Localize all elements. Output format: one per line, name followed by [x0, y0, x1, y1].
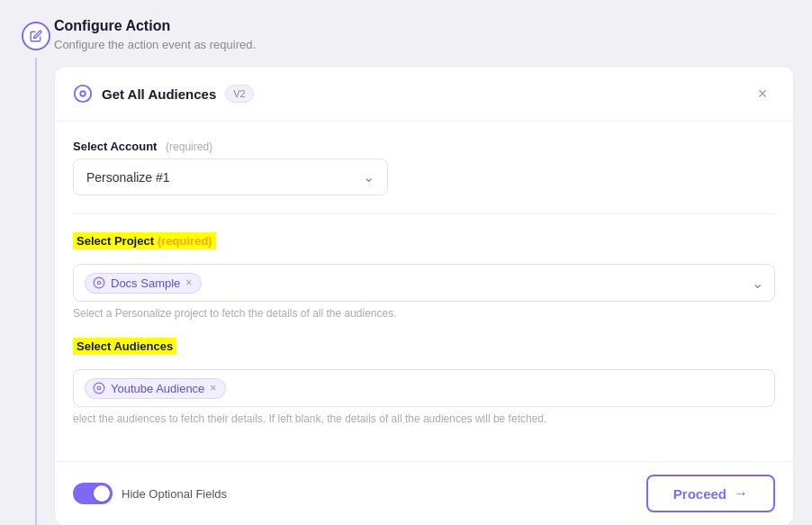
select-project-section: Select Project(required) Docs Sample [73, 232, 775, 320]
project-tags-container: Docs Sample × [85, 273, 202, 294]
toggle-label: Hide Optional Fields [122, 487, 227, 501]
card-header: Get All Audiences V2 × [55, 67, 793, 122]
account-chevron-icon: ⌄ [363, 168, 374, 186]
project-tag-remove[interactable]: × [185, 276, 192, 289]
close-button[interactable]: × [750, 81, 775, 106]
card-title: Get All Audiences [102, 86, 216, 102]
account-required-text: (required) [166, 140, 212, 153]
svg-point-4 [94, 383, 104, 394]
project-helper-text: Select a Personalize project to fetch th… [73, 307, 775, 320]
svg-point-1 [80, 91, 86, 96]
toggle-knob [94, 485, 110, 502]
vertical-divider [35, 58, 37, 525]
account-selected-value: Personalize #1 [86, 170, 170, 185]
project-chevron-icon: ⌄ [752, 275, 763, 292]
version-badge: V2 [225, 85, 253, 103]
account-dropdown[interactable]: Personalize #1 ⌄ [73, 158, 388, 195]
hide-optional-toggle[interactable] [73, 483, 113, 504]
toggle-container: Hide Optional Fields [73, 483, 227, 504]
proceed-arrow-icon: → [734, 485, 748, 502]
main-content: Configure Action Configure the action ev… [54, 18, 794, 525]
card-footer: Hide Optional Fields Proceed → [55, 461, 793, 525]
audience-tag: Youtube Audience × [85, 378, 226, 399]
select-project-label: Select Project(required) [73, 232, 216, 249]
audiences-tags-container: Youtube Audience × [85, 378, 226, 399]
left-sidebar [18, 18, 54, 525]
section-divider [73, 213, 775, 214]
project-required-text: (required) [158, 234, 212, 248]
project-tag-label: Docs Sample [111, 276, 180, 290]
select-audiences-label: Select Audiences [73, 338, 176, 355]
configure-action-card: Get All Audiences V2 × Select Account (r… [54, 66, 794, 525]
edit-icon [22, 22, 50, 50]
project-tag-icon [93, 276, 105, 289]
page-subtitle: Configure the action event as required. [54, 38, 794, 51]
audience-tag-remove[interactable]: × [210, 382, 216, 394]
project-tag: Docs Sample × [85, 273, 202, 294]
action-icon [73, 84, 93, 104]
project-tag-input[interactable]: Docs Sample × ⌄ [73, 264, 775, 302]
audiences-helper-text: elect the audiences to fetch their detai… [73, 412, 775, 425]
proceed-button[interactable]: Proceed → [646, 475, 775, 512]
card-header-left: Get All Audiences V2 [73, 84, 254, 104]
audience-tag-label: Youtube Audience [111, 382, 204, 395]
select-audiences-section: Select Audiences Youtube Audience [73, 338, 775, 425]
card-body: Select Account (required) Personalize #1… [55, 122, 793, 461]
audience-tag-icon [93, 382, 105, 394]
svg-point-0 [75, 86, 91, 102]
svg-point-2 [94, 277, 104, 288]
svg-point-3 [97, 281, 101, 285]
proceed-label: Proceed [673, 486, 726, 502]
audiences-tag-input[interactable]: Youtube Audience × [73, 369, 775, 407]
svg-point-5 [97, 386, 101, 390]
select-account-section: Select Account (required) Personalize #1… [73, 140, 775, 195]
select-account-label: Select Account (required) [73, 140, 775, 153]
page-title: Configure Action [54, 18, 794, 34]
